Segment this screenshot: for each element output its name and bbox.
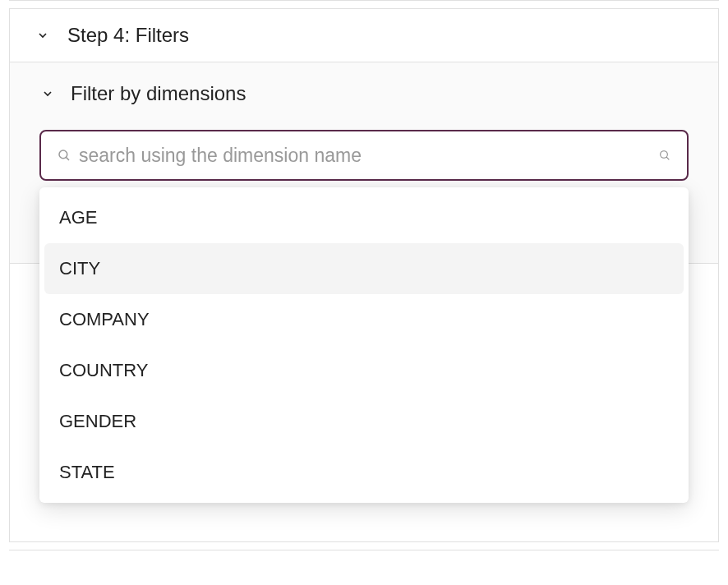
dimension-label: CITY xyxy=(59,258,100,279)
svg-point-0 xyxy=(59,150,67,159)
search-icon xyxy=(56,147,72,164)
dimension-option[interactable]: CITY xyxy=(44,243,684,294)
step-title: Step 4: Filters xyxy=(67,24,189,47)
dimension-label: AGE xyxy=(59,207,97,228)
dimension-option[interactable]: GENDER xyxy=(44,396,684,447)
filter-header[interactable]: Filter by dimensions xyxy=(39,62,689,125)
search-box[interactable] xyxy=(39,130,689,181)
svg-point-2 xyxy=(661,151,668,159)
dimension-option[interactable]: COUNTRY xyxy=(44,345,684,396)
filter-title: Filter by dimensions xyxy=(71,82,246,105)
search-icon xyxy=(657,148,672,163)
dimension-dropdown: AGE CITY COMPANY COUNTRY GENDER xyxy=(39,187,689,503)
filters-panel: Filter by dimensions AGE xyxy=(9,62,719,264)
dimension-label: GENDER xyxy=(59,411,136,431)
dimension-label: STATE xyxy=(59,462,115,482)
dimension-option[interactable]: AGE xyxy=(44,192,684,243)
chevron-down-icon xyxy=(35,27,51,44)
chevron-down-icon xyxy=(39,85,56,102)
search-input[interactable] xyxy=(79,145,651,167)
dimension-label: COUNTRY xyxy=(59,360,148,380)
svg-line-1 xyxy=(66,157,69,160)
dimension-option[interactable]: STATE xyxy=(44,447,684,498)
step-panel: Step 4: Filters xyxy=(9,8,719,62)
step-header[interactable]: Step 4: Filters xyxy=(10,9,718,62)
dimension-label: COMPANY xyxy=(59,309,150,329)
dimension-option[interactable]: COMPANY xyxy=(44,294,684,345)
svg-line-3 xyxy=(666,157,669,159)
